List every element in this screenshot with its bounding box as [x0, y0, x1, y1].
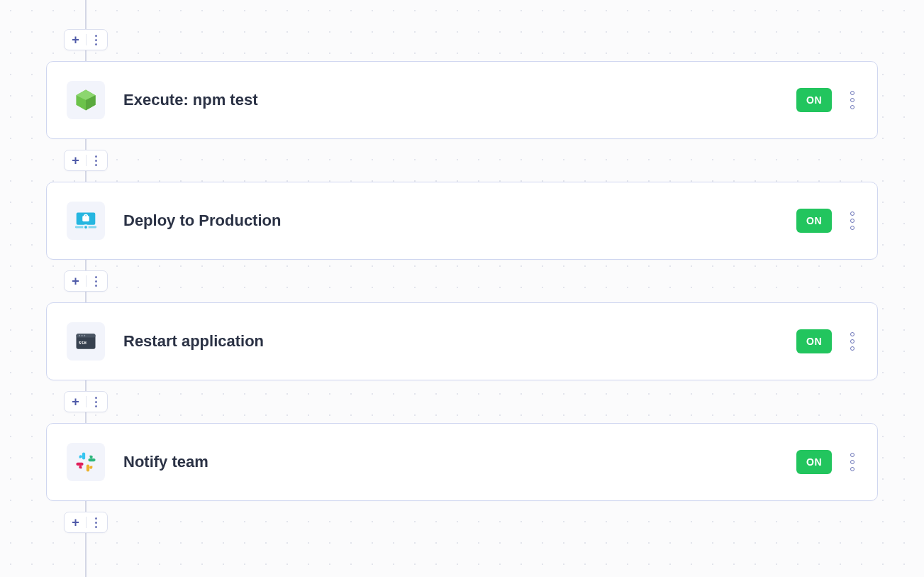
step-enabled-toggle[interactable]: ON: [796, 209, 832, 233]
svg-rect-4: [82, 216, 89, 221]
step-title: Restart application: [123, 332, 796, 351]
svg-rect-17: [76, 463, 83, 466]
pipeline-step[interactable]: Notify teamON: [46, 423, 878, 501]
add-step-button[interactable]: +: [66, 516, 86, 529]
ssh-icon: SSH: [67, 322, 105, 361]
step-title: Execute: npm test: [123, 91, 796, 109]
step-enabled-toggle[interactable]: ON: [796, 329, 832, 353]
pipeline-step[interactable]: Execute: npm testON: [46, 61, 878, 139]
svg-point-12: [84, 335, 85, 336]
add-step-button[interactable]: +: [66, 154, 86, 167]
pipeline-step[interactable]: SSHRestart applicationON: [46, 302, 878, 380]
between-controls-2: +: [64, 270, 108, 292]
svg-point-11: [82, 335, 83, 336]
svg-rect-15: [88, 458, 95, 461]
add-step-button[interactable]: +: [66, 33, 86, 46]
pipeline-step[interactable]: Deploy to ProductionON: [46, 182, 878, 260]
add-step-button[interactable]: +: [66, 275, 86, 287]
step-menu-button[interactable]: [847, 329, 857, 353]
step-title: Notify team: [123, 453, 796, 471]
between-controls-1: +: [64, 150, 108, 171]
step-title: Deploy to Production: [123, 211, 796, 230]
add-step-button[interactable]: +: [66, 395, 86, 408]
svg-rect-14: [82, 452, 85, 459]
between-menu-button[interactable]: [87, 35, 106, 45]
step-menu-button[interactable]: [847, 450, 857, 474]
svg-text:SSH: SSH: [79, 341, 87, 345]
node-icon: [67, 81, 105, 119]
svg-point-7: [84, 225, 88, 229]
step-menu-button[interactable]: [847, 209, 857, 233]
between-menu-button[interactable]: [87, 276, 106, 287]
between-menu-button[interactable]: [87, 155, 106, 166]
between-menu-button[interactable]: [87, 397, 106, 407]
between-controls-3: +: [64, 391, 108, 412]
slack-icon: [67, 443, 105, 481]
step-enabled-toggle[interactable]: ON: [796, 450, 832, 474]
between-controls-0: +: [64, 29, 108, 50]
step-enabled-toggle[interactable]: ON: [796, 88, 832, 112]
sftp-icon: [67, 202, 105, 240]
pipeline-canvas: +Execute: npm testON+Deploy to Productio…: [0, 0, 924, 577]
svg-rect-16: [87, 464, 89, 471]
svg-point-10: [79, 335, 80, 336]
step-menu-button[interactable]: [847, 88, 857, 112]
between-controls-4: +: [64, 512, 108, 533]
between-menu-button[interactable]: [87, 517, 106, 528]
